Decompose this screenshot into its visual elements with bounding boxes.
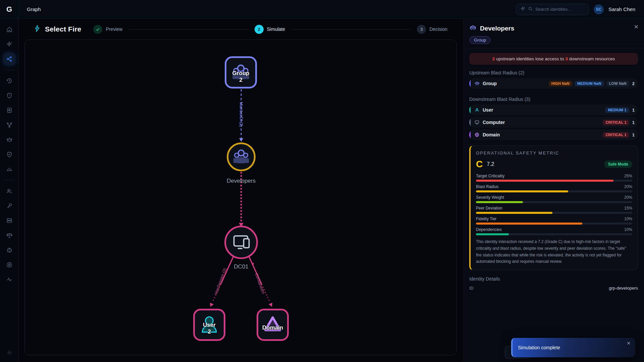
- lock-icon[interactable]: [3, 259, 15, 271]
- edge-label-hassession: HasSession (2): [213, 267, 227, 295]
- row-count: 1: [632, 132, 635, 137]
- safe-mode-badge: Safe Mode: [604, 161, 632, 168]
- sparkles-icon[interactable]: [3, 38, 15, 50]
- graph-icon[interactable]: [3, 53, 15, 65]
- gear-icon[interactable]: [3, 347, 15, 359]
- node-user-2[interactable]: User2: [193, 309, 225, 341]
- metric-row: Dependencies10%: [476, 227, 632, 235]
- activity-icon[interactable]: [3, 274, 15, 286]
- node-label: Group2: [232, 70, 250, 83]
- close-icon[interactable]: ✕: [634, 23, 639, 31]
- sidebar: [0, 19, 19, 362]
- metric-bar: [476, 212, 552, 214]
- toast: Simulation complete ✕: [511, 338, 635, 357]
- users-icon[interactable]: [3, 185, 15, 197]
- impact-alert: 2 upstream identities lose access to 3 d…: [469, 53, 638, 65]
- shield-alert-icon[interactable]: [3, 89, 15, 102]
- bot-icon[interactable]: [3, 244, 15, 256]
- logo-glyph: G: [6, 5, 12, 14]
- blast-row-domain[interactable]: Domain CRITICAL 1 1: [469, 129, 638, 140]
- id-value: grp-developers: [609, 286, 638, 291]
- identity-details-section: Identity Details ID grp-developers: [469, 276, 638, 291]
- severity-badge: HIGH NaN: [549, 81, 572, 86]
- row-count: 1: [632, 120, 635, 125]
- blast-row-computer[interactable]: Computer CRITICAL 1 1: [469, 117, 638, 128]
- node-domain[interactable]: Domain: [257, 309, 289, 341]
- server-icon[interactable]: [3, 215, 15, 227]
- home-icon[interactable]: [3, 23, 15, 36]
- group-icon: [232, 147, 250, 167]
- downstream-section-label: Downstream Blast Radius (3): [469, 97, 638, 102]
- type-badge: Group: [469, 36, 491, 44]
- node-dc01[interactable]: DC01: [224, 226, 258, 259]
- severity-badge: MEDIUM 1: [605, 107, 629, 113]
- row-label: User: [483, 107, 493, 113]
- search-icon: [528, 6, 533, 12]
- node-label: Developers: [227, 178, 256, 184]
- osm-grade: C: [476, 160, 483, 169]
- blast-row-user[interactable]: User MEDIUM 1 1: [469, 105, 638, 115]
- history-icon[interactable]: [3, 75, 15, 87]
- metric-bar: [476, 233, 509, 235]
- severity-badge: LOW NaN: [606, 81, 629, 86]
- fork-icon[interactable]: [3, 119, 15, 131]
- osm-score: 7.2: [487, 161, 494, 167]
- sparkles-icon: [520, 6, 525, 12]
- shield-check-icon[interactable]: [3, 148, 15, 161]
- alarm-icon[interactable]: [3, 163, 15, 175]
- node-label: Domain: [262, 324, 283, 331]
- row-label: Domain: [483, 132, 500, 137]
- user-icon: [473, 107, 481, 113]
- crown-icon[interactable]: [3, 134, 15, 146]
- step-simulate[interactable]: 2 Simulate: [255, 25, 285, 34]
- graph-canvas[interactable]: MemberOf (2) HasSession (2) ContainedIn …: [24, 40, 457, 355]
- fire-icon: [34, 25, 41, 34]
- page-title: Graph: [27, 6, 41, 12]
- metric-row: Severity Weight20%: [476, 195, 632, 203]
- user-name: Sarah Chen: [608, 6, 635, 12]
- sidebar-divider: [4, 180, 14, 180]
- avatar[interactable]: SC: [594, 4, 604, 14]
- sidebar-divider: [4, 70, 14, 70]
- node-group-2[interactable]: Group2: [225, 56, 257, 88]
- metric-row: Blast Radius20%: [476, 184, 632, 192]
- step-connector: [128, 29, 248, 29]
- edge-label-memberof: MemberOf (2): [239, 102, 244, 127]
- step-preview[interactable]: Preview: [93, 25, 122, 34]
- scales-icon[interactable]: [3, 229, 15, 241]
- computer-icon: [473, 120, 481, 125]
- step-number: 3: [417, 25, 426, 34]
- globe-icon: [473, 132, 481, 137]
- node-label: User2: [203, 322, 216, 335]
- check-icon: [93, 25, 102, 34]
- row-label: Group: [483, 81, 497, 86]
- node-developers[interactable]: Developers: [227, 142, 256, 171]
- severity-badge: CRITICAL 1: [603, 120, 629, 125]
- toast-message: Simulation complete: [518, 345, 560, 350]
- severity-badge: CRITICAL 1: [603, 132, 629, 138]
- row-count: 1: [632, 108, 635, 113]
- row-count: 2: [632, 81, 635, 86]
- id-label: ID: [469, 286, 474, 291]
- row-accent: [469, 78, 471, 89]
- row-accent: [469, 117, 471, 128]
- avatar-initials: SC: [596, 7, 602, 12]
- identity-details-title: Identity Details: [469, 276, 638, 282]
- search-box[interactable]: [516, 4, 589, 15]
- close-icon[interactable]: ✕: [627, 341, 631, 346]
- key-icon[interactable]: [3, 200, 15, 212]
- step-decision[interactable]: 3 Decision: [417, 25, 447, 34]
- wizard-title: Select Fire: [45, 25, 81, 33]
- blast-row-group[interactable]: Group HIGH NaN MEDIUM NaN LOW NaN 2: [469, 78, 638, 89]
- metric-bar: [476, 201, 523, 203]
- computer-icon: [231, 232, 251, 253]
- group-icon: [469, 24, 477, 33]
- search-input[interactable]: [535, 7, 585, 12]
- id-card-icon[interactable]: [3, 104, 15, 116]
- metric-bar: [476, 223, 582, 225]
- node-label: DC01: [234, 263, 248, 270]
- step-number: 2: [255, 25, 264, 34]
- panel-title: Developers: [480, 25, 514, 32]
- details-panel: Developers ✕ Group 2 upstream identities…: [464, 19, 644, 362]
- step-connector: [291, 29, 411, 29]
